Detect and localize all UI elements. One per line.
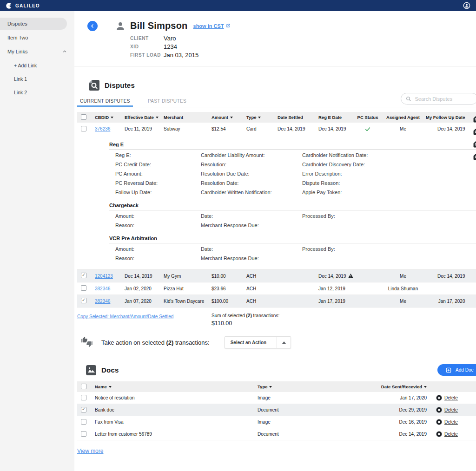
take-action-label: Take action on selected (2) transactions… [101, 339, 210, 346]
detail-field-label: PC Credit Date: [115, 162, 201, 171]
select-all-checkbox[interactable] [81, 114, 86, 120]
detail-section-title: Chargeback [109, 203, 476, 208]
sum-value: $110.00 [212, 320, 279, 327]
field-value-first-load: Jan 03, 2015 [164, 52, 476, 59]
main-content: Bill Simpson show in CST CLIENT Varo XID… [74, 11, 476, 471]
cbdid-link[interactable]: 382346 [95, 286, 110, 291]
row-checkbox[interactable] [81, 431, 86, 437]
sidebar-link-1[interactable]: Link 1 [0, 73, 74, 85]
doc-row[interactable]: Notice of resolution Image Jan 17, 2020 … [77, 392, 476, 404]
detail-field-label: Apple Pay Token: [302, 190, 476, 199]
delete-link[interactable]: Delete [444, 419, 458, 425]
divider [109, 149, 476, 150]
chevron-left-icon [90, 23, 95, 29]
docs-title: Docs [101, 366, 119, 374]
dropdown-caret-button[interactable] [277, 337, 291, 348]
delete-circle-icon[interactable] [436, 407, 442, 413]
galileo-logo-icon [6, 2, 13, 9]
detail-section-title: Reg E [109, 142, 476, 147]
select-all-checkbox[interactable] [81, 384, 86, 389]
copy-selected-link[interactable]: Copy Selected: Merchant/Amount/Date Sett… [77, 314, 173, 319]
disputes-table-header: CBDID Effective Date Merchant Amount Typ… [77, 112, 476, 123]
delete-link[interactable]: Delete [444, 407, 458, 412]
tab-past-disputes[interactable]: PAST DISPUTES [145, 95, 189, 107]
doc-search-icon[interactable] [473, 116, 476, 123]
view-more-link[interactable]: View more [77, 448, 103, 454]
sidebar-link-2[interactable]: Link 2 [0, 86, 74, 98]
col-type[interactable]: Type [255, 384, 373, 389]
row-checkbox[interactable] [81, 395, 86, 400]
sidebar-item-item-two[interactable]: Item Two [0, 32, 74, 44]
doc-row[interactable]: Letter from customer 56789 Document Dec … [77, 428, 476, 440]
detail-field-label: Reason: [115, 255, 201, 265]
row-checkbox[interactable] [81, 298, 86, 303]
show-in-cst-link[interactable]: show in CST [193, 23, 231, 29]
dispute-row[interactable]: 382346 Jan 07, 2020 Kid's Town Daycare $… [77, 295, 476, 307]
dispute-row[interactable]: 382346 Jan 02, 2020 Pizza Hut $23.66 ACH… [77, 282, 476, 295]
disputes-section-icon [88, 79, 100, 91]
detail-field-label: Cardholder Discovery Date: [302, 162, 476, 171]
selection-summary: Copy Selected: Merchant/Amount/Date Sett… [77, 313, 476, 333]
chevron-up-icon [62, 49, 67, 54]
col-name[interactable]: Name [92, 384, 255, 389]
row-checkbox[interactable] [81, 419, 86, 425]
col-assigned-agent: Assigned Agent [383, 115, 423, 120]
sort-caret-icon [424, 386, 427, 388]
col-effective-date[interactable]: Effective Date [122, 115, 161, 120]
row-checkbox[interactable] [81, 285, 86, 291]
sidebar-item-my-links[interactable]: My Links [0, 46, 74, 58]
detail-field-label: Date: [201, 246, 302, 255]
detail-field-label: Reason: [115, 222, 201, 232]
show-in-cst-label: show in CST [193, 23, 224, 29]
sidebar-item-disputes[interactable]: Disputes [0, 18, 67, 30]
dispute-row[interactable]: 376236 Dec 11, 2019 Subway $12.54 Card D… [77, 123, 476, 135]
account-icon[interactable] [463, 2, 470, 9]
back-button[interactable] [87, 21, 98, 31]
delete-circle-icon[interactable] [436, 431, 442, 437]
detail-section-title: VCR Pre Arbitration [109, 236, 476, 241]
divider [109, 243, 476, 243]
doc-search-icon[interactable] [473, 141, 476, 148]
row-checkbox[interactable] [81, 407, 86, 412]
add-doc-button[interactable]: Add Doc [437, 364, 476, 376]
disputes-search[interactable] [401, 93, 476, 105]
doc-row[interactable]: Fax from Visa Image Dec 16, 2019 Delete [77, 416, 476, 428]
doc-search-icon[interactable] [473, 154, 476, 160]
disputes-table: CBDID Effective Date Merchant Amount Typ… [77, 112, 476, 307]
row-checkbox[interactable] [81, 273, 86, 278]
sort-caret-icon [269, 386, 272, 388]
delete-link[interactable]: Delete [444, 395, 458, 400]
dispute-row[interactable]: 1204123 Dec 14, 2019 My Gym $10.00 ACH D… [77, 270, 476, 282]
col-reg-e-date: Reg E Date [316, 115, 352, 120]
col-my-follow-up-date: My Follow Up Date [423, 115, 476, 120]
doc-search-icon[interactable] [473, 129, 476, 135]
col-amount[interactable]: Amount [209, 115, 244, 120]
detail-field-label: Amount: [115, 246, 201, 255]
detail-field-label: Dispute Reason: [302, 180, 476, 190]
doc-row[interactable]: Bank doc Document Dec 29, 2019 Delete [77, 404, 476, 416]
delete-circle-icon[interactable] [436, 395, 442, 401]
sidebar-add-link[interactable]: + Add Link [0, 59, 74, 72]
select-action-dropdown[interactable]: Select an Action [225, 336, 291, 348]
delete-circle-icon[interactable] [436, 419, 442, 425]
thumbs-up-down-icon [81, 336, 95, 348]
detail-field-label: PC Amount: [115, 171, 201, 180]
row-checkbox[interactable] [81, 126, 86, 131]
field-label: FIRST LOAD [130, 52, 164, 58]
detail-field-label: Processed By: [302, 213, 476, 222]
galileo-logo: GALILEO [6, 2, 40, 9]
cbdid-link[interactable]: 376236 [95, 126, 110, 131]
detail-field-label: Error Description: [302, 171, 476, 180]
cbdid-link[interactable]: 382346 [95, 299, 110, 304]
delete-link[interactable]: Delete [444, 432, 458, 437]
col-cbdid[interactable]: CBDID [92, 115, 122, 120]
pc-status-check-icon [364, 126, 371, 132]
disputes-title: Disputes [105, 81, 135, 89]
sort-caret-icon [156, 117, 159, 118]
detail-field-label [302, 255, 476, 265]
col-type[interactable]: Type [244, 115, 275, 120]
cbdid-link[interactable]: 1204123 [95, 274, 113, 279]
disputes-search-input[interactable] [415, 96, 473, 102]
tab-current-disputes[interactable]: CURRENT DISPUTES [77, 95, 133, 107]
col-date-sent-received[interactable]: Date Sent/Recevied [373, 384, 433, 389]
